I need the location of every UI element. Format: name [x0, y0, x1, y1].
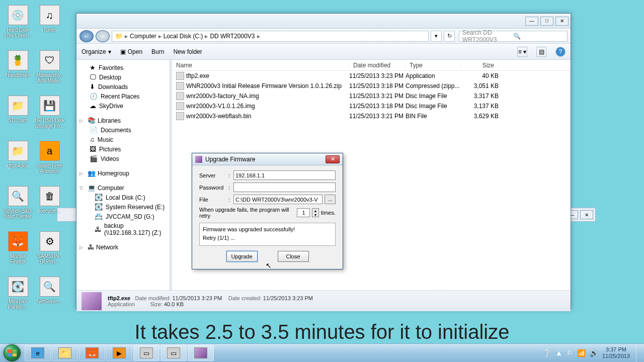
- desktop-icon[interactable]: 🍍Handbrake: [2, 47, 34, 93]
- taskbar-window[interactable]: ▭: [133, 345, 159, 361]
- nav-item[interactable]: 🖼Pictures: [76, 144, 170, 154]
- details-filename: tftp2.exe: [108, 295, 130, 301]
- desktop: 💿Hard Disk Low Level...♫iTunes 🍍Handbrak…: [0, 0, 75, 342]
- nav-item[interactable]: 🖵Desktop: [76, 72, 170, 82]
- explorer-toolbar: Organize ▾ ▣ Open Burn New folder ≡ ▾ ▤ …: [76, 44, 571, 60]
- desktop-icon[interactable]: ⚙SAMSUN.. Dr.Prin...: [34, 228, 65, 274]
- nav-homegroup[interactable]: ▷👥Homegroup: [76, 168, 170, 178]
- desktop-icon[interactable]: 🛡Malwareby.. Anti-Malw..: [34, 47, 65, 93]
- taskbar-window[interactable]: ▭: [160, 345, 187, 361]
- password-label: Password: [199, 185, 228, 191]
- column-headers[interactable]: Name Date modified Type Size: [172, 60, 571, 71]
- nav-item[interactable]: 🕘Recent Places: [76, 92, 170, 101]
- view-options-button[interactable]: ≡ ▾: [517, 47, 527, 57]
- nav-item[interactable]: 📄Documents: [76, 125, 170, 135]
- search-input[interactable]: Search DD WRT2000V3 🔍: [459, 31, 568, 42]
- breadcrumb[interactable]: 📁 ▸ Computer▸ Local Disk (C:)▸ DD WRT200…: [112, 31, 429, 42]
- dialog-icon: [195, 156, 202, 163]
- server-input[interactable]: [233, 170, 336, 180]
- desktop-icon[interactable]: 🔍Spybot-S&D Start Center: [2, 183, 34, 228]
- desktop-icon[interactable]: 🦊Mozilla Firefox: [2, 228, 34, 274]
- desktop-icon[interactable]: 🗑Recycle...: [34, 183, 65, 228]
- nav-favorites[interactable]: ★Favorites: [76, 63, 170, 72]
- nav-item[interactable]: 💽System Reserved (E:): [76, 202, 170, 212]
- password-input[interactable]: [233, 183, 336, 192]
- nav-item[interactable]: ⬇Downloads: [76, 82, 170, 92]
- desktop-icon[interactable]: 💽MiniTool Partitio...: [2, 274, 34, 319]
- bg-close-button[interactable]: ✕: [580, 210, 593, 219]
- tray-network-icon[interactable]: 📶: [577, 349, 586, 357]
- tray-up-icon[interactable]: ▲: [555, 349, 562, 357]
- file-row[interactable]: wnr2000v3-V1.0.1.26.img11/25/2013 3:18 P…: [172, 101, 571, 111]
- taskbar-ie[interactable]: e: [25, 345, 51, 361]
- forward-button[interactable]: →: [96, 30, 110, 42]
- upgrade-firmware-dialog: Upgrade Firmware ✕ Server: Password: Fil…: [192, 153, 343, 269]
- desktop-icon[interactable]: 📁grub4dos: [2, 138, 34, 183]
- refresh-button[interactable]: ↻: [444, 31, 455, 42]
- desktop-icon[interactable]: 🔍NetSurve...: [34, 274, 65, 319]
- taskbar-explorer[interactable]: 📁: [52, 345, 78, 361]
- taskbar-clock[interactable]: 3:37 PM 11/25/2013: [602, 346, 630, 359]
- file-row[interactable]: WNR2000v3 Initial Release Firmware Versi…: [172, 81, 571, 91]
- preview-pane-button[interactable]: ▤: [536, 47, 546, 57]
- start-button[interactable]: [0, 344, 24, 363]
- details-file-icon: [82, 292, 102, 310]
- desktop-icon[interactable]: aavast! Free Antivirus: [34, 138, 65, 183]
- desktop-icon[interactable]: ♫iTunes: [34, 2, 65, 47]
- video-caption: It takes 2.5 to 3.5 minutes for it to in…: [0, 321, 644, 343]
- nav-computer[interactable]: ▽💻Computer: [76, 183, 170, 193]
- details-filetype: Application: [108, 301, 135, 307]
- nav-libraries[interactable]: ▷📚Libraries: [76, 116, 170, 125]
- close-button[interactable]: Close: [278, 251, 309, 262]
- file-icon: [176, 82, 184, 90]
- breadcrumb-dropdown[interactable]: ▾: [431, 31, 442, 42]
- retry-label: When upgrade fails, the program will ret…: [199, 207, 295, 219]
- file-icon: [176, 112, 184, 120]
- taskbar-media[interactable]: ▶: [106, 345, 132, 361]
- file-icon: [176, 102, 184, 110]
- tray-flag-icon[interactable]: ⚐: [567, 349, 573, 357]
- open-button[interactable]: ▣ Open: [120, 48, 142, 55]
- file-input[interactable]: [233, 195, 323, 204]
- browse-button[interactable]: ...: [325, 195, 336, 204]
- minimize-button[interactable]: —: [525, 17, 538, 26]
- details-pane: tftp2.exe Date modified: 11/25/2013 3:23…: [76, 290, 571, 311]
- nav-item[interactable]: 🖧backup (\\192.168.3.127) (Z:): [76, 221, 170, 237]
- close-button[interactable]: ✕: [555, 17, 569, 26]
- tray-volume-icon[interactable]: 🔊: [590, 349, 598, 357]
- new-folder-button[interactable]: New folder: [173, 48, 202, 55]
- nav-item[interactable]: ☁SkyDrive: [76, 101, 170, 111]
- nav-item[interactable]: 💽Local Disk (C:): [76, 193, 170, 202]
- retry-spinner[interactable]: ▲▼: [312, 208, 318, 217]
- nav-item[interactable]: ♫Music: [76, 135, 170, 144]
- file-icon: [176, 92, 184, 100]
- dialog-titlebar[interactable]: Upgrade Firmware ✕: [192, 153, 343, 165]
- window-titlebar[interactable]: — □ ✕: [76, 14, 571, 29]
- desktop-icon[interactable]: 💾HP USB Disk Storage Fo...: [34, 93, 65, 138]
- retry-count-input[interactable]: [297, 208, 310, 217]
- taskbar-firefox[interactable]: 🦊: [79, 345, 105, 361]
- back-button[interactable]: ←: [79, 30, 94, 42]
- show-desktop-button[interactable]: [636, 344, 641, 363]
- navigation-pane: ★Favorites 🖵Desktop ⬇Downloads 🕘Recent P…: [76, 60, 170, 290]
- maximize-button[interactable]: □: [540, 17, 553, 26]
- file-label: File: [199, 197, 228, 203]
- taskbar-tftp[interactable]: [188, 345, 214, 361]
- burn-button[interactable]: Burn: [151, 48, 164, 55]
- nav-network[interactable]: ▷🖧Network: [76, 242, 170, 252]
- desktop-icon[interactable]: 📁SD Card: [2, 93, 34, 138]
- upgrade-button[interactable]: Upgrade: [226, 251, 258, 262]
- nav-item[interactable]: 📇JVCCAM_SD (G:): [76, 212, 170, 221]
- breadcrumb-icon: 📁: [115, 33, 123, 40]
- address-bar-row: ← → 📁 ▸ Computer▸ Local Disk (C:)▸ DD WR…: [76, 29, 571, 44]
- file-row[interactable]: wnr2000v3-factory_NA.img11/25/2013 3:21 …: [172, 91, 571, 101]
- desktop-icon[interactable]: 💿Hard Disk Low Level...: [2, 2, 34, 47]
- file-row[interactable]: wnr2000v3-webflash.bin11/25/2013 3:21 PM…: [172, 111, 571, 121]
- help-button[interactable]: ?: [555, 47, 566, 57]
- nav-item[interactable]: 🎬Videos: [76, 154, 170, 163]
- dialog-close-button[interactable]: ✕: [326, 155, 340, 163]
- organize-menu[interactable]: Organize ▾: [82, 48, 111, 55]
- system-tray: ❔ ▲ ⚐ 📶 🔊 3:37 PM 11/25/2013: [540, 344, 644, 362]
- tray-help-icon[interactable]: ❔: [543, 349, 551, 357]
- file-row[interactable]: tftp2.exe11/25/2013 3:23 PMApplication40…: [172, 71, 571, 81]
